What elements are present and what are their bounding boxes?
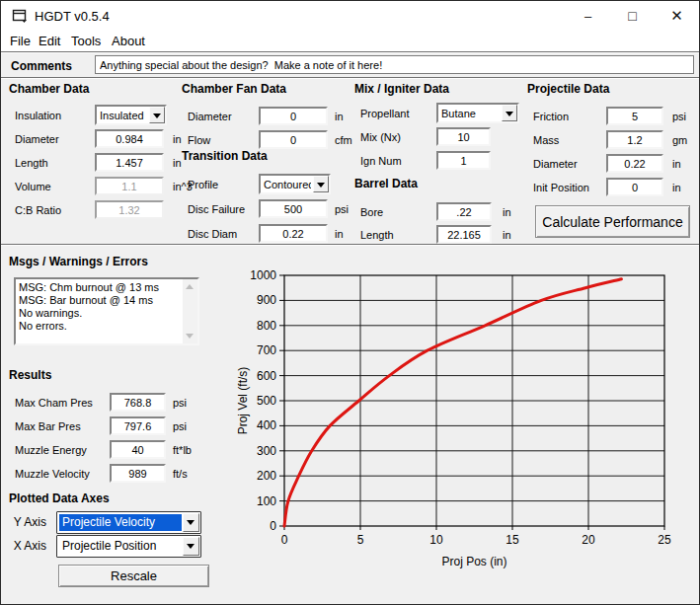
muzzle-energy-field[interactable] bbox=[110, 440, 166, 459]
x-axis-label: X Axis bbox=[9, 535, 46, 558]
diameter-field[interactable] bbox=[606, 154, 663, 173]
disc-failure-label: Disc Failure bbox=[188, 199, 245, 219]
ign-num-field[interactable] bbox=[436, 151, 491, 170]
insulation-select[interactable]: Insulated bbox=[95, 105, 167, 125]
propellant-selected-value: Butane bbox=[441, 107, 500, 120]
maximize-button[interactable]: □ bbox=[610, 1, 655, 31]
muzzle-velocity-field[interactable] bbox=[110, 464, 166, 483]
chevron-down-icon bbox=[153, 113, 161, 118]
diameter-label: Diameter bbox=[188, 107, 232, 126]
flow-label: Flow bbox=[188, 130, 210, 150]
section-title: Barrel Data bbox=[354, 177, 418, 190]
diameter-field[interactable] bbox=[95, 129, 164, 148]
scroll-up-icon[interactable] bbox=[186, 284, 194, 289]
disc-diam-field[interactable] bbox=[259, 224, 328, 243]
x-tick-label: 5 bbox=[357, 533, 364, 547]
max-cham-pres-field[interactable] bbox=[110, 393, 166, 412]
message-line: No warnings. bbox=[19, 307, 180, 320]
chevron-down-icon bbox=[187, 544, 194, 549]
y-tick-label: 100 bbox=[257, 494, 276, 508]
calculate-performance-button[interactable]: Calculate Performance bbox=[535, 205, 690, 238]
chart: 0510152025010020030040050060070080090010… bbox=[233, 254, 700, 597]
minimize-button[interactable]: – bbox=[566, 1, 610, 31]
y-tick-label: 200 bbox=[257, 469, 276, 483]
bore-field[interactable] bbox=[436, 202, 492, 221]
y-tick-label: 300 bbox=[257, 444, 276, 458]
section-title: Projectile Data bbox=[527, 82, 609, 96]
unit-label: in bbox=[672, 178, 681, 197]
x-tick-label: 0 bbox=[281, 533, 288, 547]
comments-label: Comments bbox=[11, 59, 72, 73]
length-field[interactable] bbox=[95, 153, 164, 172]
profile-selected-value: Contoured bbox=[264, 178, 311, 191]
title-bar: HGDT v0.5.4 – □ ✕ bbox=[1, 1, 699, 31]
unit-label: ft*lb bbox=[173, 440, 192, 460]
section-title: Chamber Fan Data bbox=[182, 82, 286, 96]
x-axis-selected-value: Projectile Position bbox=[59, 538, 182, 555]
field-row: Init Positionin bbox=[527, 178, 697, 199]
friction-field[interactable] bbox=[606, 107, 663, 125]
init-position-field[interactable] bbox=[606, 178, 663, 196]
dropdown-button[interactable] bbox=[149, 107, 165, 123]
unit-label: psi bbox=[672, 107, 686, 126]
unit-label: in bbox=[672, 154, 681, 174]
x-tick-label: 25 bbox=[658, 533, 671, 547]
y-tick-label: 800 bbox=[257, 319, 276, 333]
bore-label: Bore bbox=[360, 202, 383, 222]
field-row: Volumein^3 bbox=[9, 177, 182, 198]
mix-nx-label: Mix (Nx) bbox=[360, 127, 401, 147]
close-icon: ✕ bbox=[670, 7, 683, 25]
dropdown-button[interactable] bbox=[502, 105, 517, 121]
y-axis-select[interactable]: Projectile Velocity bbox=[56, 511, 201, 534]
close-button[interactable]: ✕ bbox=[655, 1, 699, 31]
propellant-select[interactable]: Butane bbox=[436, 103, 519, 123]
max-bar-pres-label: Max Bar Pres bbox=[15, 416, 81, 436]
field-row: PropellantButane bbox=[354, 104, 524, 125]
length-label: Length bbox=[360, 225, 394, 245]
messages-section-title: Msgs / Warnings / Errors bbox=[9, 255, 148, 268]
dropdown-button[interactable] bbox=[313, 176, 329, 192]
rescale-button[interactable]: Rescale bbox=[58, 565, 209, 587]
disc-diam-label: Disc Diam bbox=[188, 224, 237, 244]
field-row: Mix (Nx) bbox=[354, 127, 524, 149]
field-row: ProfileContoured bbox=[182, 175, 351, 196]
profile-select[interactable]: Contoured bbox=[259, 174, 331, 194]
section-title: Results bbox=[9, 368, 51, 382]
chevron-down-icon bbox=[317, 183, 325, 188]
field-row: Diameterin bbox=[9, 129, 182, 151]
menu-file[interactable]: File bbox=[10, 34, 31, 48]
unit-label: in bbox=[503, 225, 511, 245]
field-row: Max Cham Prespsi bbox=[9, 393, 206, 415]
comments-input[interactable] bbox=[95, 55, 694, 74]
volume-field bbox=[95, 177, 164, 195]
mass-field[interactable] bbox=[606, 130, 663, 149]
y-axis-dropdown-button[interactable] bbox=[183, 513, 199, 532]
chevron-down-icon bbox=[187, 520, 194, 525]
scrollbar[interactable] bbox=[183, 279, 197, 343]
scroll-down-icon[interactable] bbox=[186, 334, 194, 339]
menu-tools[interactable]: Tools bbox=[71, 34, 101, 48]
diameter-field[interactable] bbox=[259, 107, 328, 125]
y-tick-label: 600 bbox=[257, 369, 276, 383]
section-title: Mix / Igniter Data bbox=[354, 82, 449, 96]
insulation-label: Insulation bbox=[15, 106, 61, 125]
y-axis-title: Proj Vel (ft/s) bbox=[236, 367, 250, 435]
y-tick-label: 500 bbox=[257, 394, 276, 408]
unit-label: in bbox=[173, 129, 182, 149]
x-axis-select[interactable]: Projectile Position bbox=[56, 535, 201, 558]
y-tick-label: 1000 bbox=[250, 268, 276, 282]
field-row: Lengthin bbox=[9, 153, 182, 175]
length-field[interactable] bbox=[436, 225, 492, 244]
flow-field[interactable] bbox=[259, 130, 328, 149]
unit-label: psi bbox=[173, 393, 187, 413]
menu-about[interactable]: About bbox=[112, 34, 145, 48]
disc-failure-field[interactable] bbox=[259, 199, 328, 218]
unit-label: psi bbox=[335, 199, 349, 219]
message-line: MSG: Bar burnout @ 14 ms bbox=[19, 294, 180, 307]
mix-nx-field[interactable] bbox=[436, 127, 491, 146]
messages-box: MSG: Chm burnout @ 13 msMSG: Bar burnout… bbox=[14, 277, 199, 345]
menu-edit[interactable]: Edit bbox=[39, 34, 60, 48]
max-bar-pres-field[interactable] bbox=[110, 416, 166, 435]
x-axis-dropdown-button[interactable] bbox=[183, 537, 199, 556]
y-tick-label: 0 bbox=[270, 519, 276, 533]
